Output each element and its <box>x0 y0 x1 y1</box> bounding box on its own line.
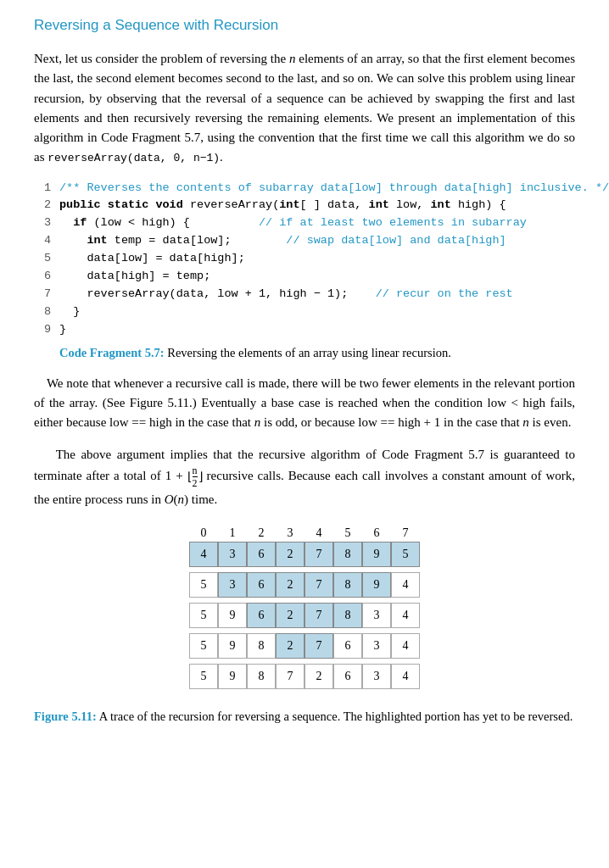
code-block: 1 /** Reverses the contents of subarray … <box>34 180 575 339</box>
paragraph-2: We note that whenever a recursive call i… <box>34 374 575 433</box>
array-row-3: 5 9 8 2 7 6 3 4 <box>189 633 420 659</box>
array-cell: 7 <box>276 664 304 689</box>
figure-caption-text: A trace of the recursion for reversing a… <box>97 709 573 723</box>
index-6: 6 <box>362 526 391 540</box>
array-cell: 8 <box>333 572 362 598</box>
code-text: int temp = data[low]; // swap data[low] … <box>59 232 575 250</box>
index-0: 0 <box>189 526 218 540</box>
array-row-4: 5 9 8 7 2 6 3 4 <box>189 664 420 689</box>
index-2: 2 <box>247 526 276 540</box>
array-cell: 8 <box>333 603 362 628</box>
array-cell: 4 <box>391 603 420 628</box>
array-row-0: 4 3 6 2 7 8 9 5 <box>189 542 420 567</box>
array-row-1: 5 3 6 2 7 8 9 4 <box>189 572 420 598</box>
paragraph-3: The above argument implies that the recu… <box>34 445 575 509</box>
code-text: /** Reverses the contents of subarray da… <box>59 180 609 198</box>
array-cell: 5 <box>189 633 218 659</box>
line-number: 6 <box>34 268 51 286</box>
array-cell: 4 <box>391 633 420 659</box>
array-cell: 9 <box>362 572 391 598</box>
array-cell: 4 <box>189 542 218 567</box>
array-cell: 6 <box>247 542 276 567</box>
code-line-8: 8 } <box>34 303 575 321</box>
line-number: 9 <box>34 321 51 339</box>
array-cell: 3 <box>362 633 391 659</box>
code-text: } <box>59 321 575 339</box>
code-line-4: 4 int temp = data[low]; // swap data[low… <box>34 232 575 250</box>
line-number: 3 <box>34 214 51 232</box>
array-cell: 5 <box>189 664 218 689</box>
code-text: if (low < high) { // if at least two ele… <box>59 214 575 232</box>
code-line-9: 9 } <box>34 321 575 339</box>
code-line-2: 2 public static void reverseArray(int[ ]… <box>34 197 575 214</box>
index-3: 3 <box>276 526 304 540</box>
array-cell: 7 <box>304 542 333 567</box>
array-visualization: 0 1 2 3 4 5 6 7 4 3 6 2 7 8 9 5 5 3 6 2 … <box>34 526 575 694</box>
figure-caption: Figure 5.11: A trace of the recursion fo… <box>34 709 575 724</box>
array-cell: 3 <box>218 572 247 598</box>
array-cell: 9 <box>218 633 247 659</box>
array-cell: 6 <box>247 603 276 628</box>
array-cell: 2 <box>304 664 333 689</box>
code-text: data[high] = temp; <box>59 268 575 286</box>
array-cell: 4 <box>391 572 420 598</box>
array-cell: 9 <box>362 542 391 567</box>
array-cell: 7 <box>304 603 333 628</box>
index-5: 5 <box>333 526 362 540</box>
array-cell: 2 <box>276 572 304 598</box>
index-4: 4 <box>304 526 333 540</box>
code-text: public static void reverseArray(int[ ] d… <box>59 197 575 214</box>
line-number: 7 <box>34 286 51 303</box>
array-cell: 6 <box>333 633 362 659</box>
code-line-1: 1 /** Reverses the contents of subarray … <box>34 180 575 198</box>
array-cell: 6 <box>247 572 276 598</box>
section-title: Reversing a Sequence with Recursion <box>34 17 575 34</box>
array-cell: 5 <box>189 603 218 628</box>
line-number: 4 <box>34 232 51 250</box>
code-line-7: 7 reverseArray(data, low + 1, high − 1);… <box>34 286 575 303</box>
code-text: reverseArray(data, low + 1, high − 1); /… <box>59 286 575 303</box>
array-cell: 3 <box>218 542 247 567</box>
code-line-6: 6 data[high] = temp; <box>34 268 575 286</box>
array-cell: 8 <box>333 542 362 567</box>
code-caption: Code Fragment 5.7: Reversing the element… <box>59 346 575 360</box>
array-cell: 3 <box>362 664 391 689</box>
caption-text: Reversing the elements of an array using… <box>165 346 451 359</box>
array-cell: 4 <box>391 664 420 689</box>
code-line-5: 5 data[low] = data[high]; <box>34 250 575 268</box>
line-number: 8 <box>34 303 51 321</box>
array-cell: 3 <box>362 603 391 628</box>
array-cell: 5 <box>189 572 218 598</box>
line-number: 1 <box>34 180 51 198</box>
line-number: 5 <box>34 250 51 268</box>
array-cell: 2 <box>276 633 304 659</box>
code-line-3: 3 if (low < high) { // if at least two e… <box>34 214 575 232</box>
index-1: 1 <box>218 526 247 540</box>
array-cell: 7 <box>304 633 333 659</box>
array-cell: 2 <box>276 603 304 628</box>
array-cell: 8 <box>247 664 276 689</box>
array-cell: 8 <box>247 633 276 659</box>
array-cell: 2 <box>276 542 304 567</box>
array-cell: 7 <box>304 572 333 598</box>
caption-label: Code Fragment 5.7: <box>59 346 165 359</box>
index-7: 7 <box>391 526 420 540</box>
array-cell: 9 <box>218 603 247 628</box>
array-index-row: 0 1 2 3 4 5 6 7 <box>189 526 420 540</box>
figure-caption-label: Figure 5.11: <box>34 709 97 723</box>
array-cell: 5 <box>391 542 420 567</box>
code-text: } <box>59 303 575 321</box>
intro-paragraph: Next, let us consider the problem of rev… <box>34 49 575 168</box>
array-cell: 6 <box>333 664 362 689</box>
array-cell: 9 <box>218 664 247 689</box>
line-number: 2 <box>34 197 51 214</box>
code-text: data[low] = data[high]; <box>59 250 575 268</box>
array-row-2: 5 9 6 2 7 8 3 4 <box>189 603 420 628</box>
